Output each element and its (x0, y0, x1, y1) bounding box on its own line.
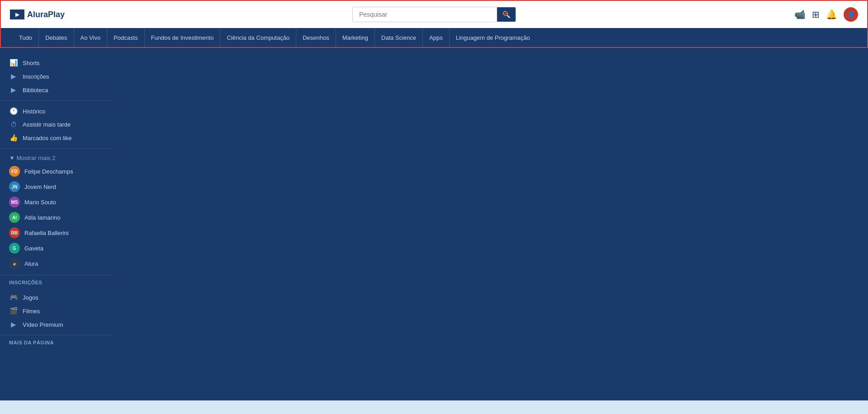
assistir-label: Assistir mais tarde (23, 121, 71, 128)
inscricoes-label: Inscrições (23, 73, 49, 80)
sidebar-section-history: 🕐 Histórico ⏱ Assistir mais tarde 👍 Marc… (0, 101, 113, 149)
channel-item-mario[interactable]: MS Mario Souto (0, 194, 113, 210)
inscricoes-icon: ▶ (9, 72, 18, 80)
logo-text: AluraPlay (27, 10, 65, 19)
video-premium-icon: ▶ (9, 320, 18, 329)
marcados-label: Marcados com like (23, 135, 71, 141)
sidebar-item-filmes[interactable]: 🎬 Filmes (0, 304, 113, 318)
nav-item-debates[interactable]: Debates (39, 28, 74, 47)
sidebar-item-assistir[interactable]: ⏱ Assistir mais tarde (0, 118, 113, 131)
search-area (352, 7, 516, 22)
sidebar-item-inscricoes[interactable]: ▶ Inscrições (0, 70, 113, 83)
logo-area[interactable]: AluraPlay (10, 9, 65, 19)
sidebar-item-video-premium[interactable]: ▶ Vídeo Premium (0, 318, 113, 331)
logo-icon (10, 9, 24, 19)
nav-bar: Tudo Debates Ao Vivo Podcasts Fundos de … (1, 28, 867, 47)
channel-name-alura: Alura (24, 260, 38, 267)
sidebar-item-jogos[interactable]: 🎮 Jogos (0, 291, 113, 304)
nav-item-datascience[interactable]: Data Science (375, 28, 423, 47)
channel-item-felipe[interactable]: FD Felipe Deschamps (0, 164, 113, 179)
header-top: AluraPlay 📹 ⊞ 🔔 👤 (1, 1, 867, 28)
biblioteca-icon: ▶ (9, 86, 18, 94)
channel-avatar-mario: MS (9, 197, 20, 207)
filmes-icon: 🎬 (9, 307, 18, 315)
channel-item-alura[interactable]: a Alura (0, 256, 113, 271)
bell-icon[interactable]: 🔔 (826, 9, 837, 20)
assistir-icon: ⏱ (9, 121, 18, 128)
sidebar-item-marcados[interactable]: 👍 Marcados com like (0, 131, 113, 145)
nav-item-desenhos[interactable]: Desenhos (296, 28, 336, 47)
marcados-icon: 👍 (9, 134, 18, 142)
search-input[interactable] (352, 7, 497, 22)
mais-da-pagina-header: MAIS DA PÁGINA (0, 335, 113, 347)
channel-avatar-felipe: FD (9, 166, 20, 177)
header-icons: 📹 ⊞ 🔔 👤 (794, 7, 858, 22)
inscricoes-section-header: INSCRIÇÕES (0, 275, 113, 287)
search-button[interactable] (497, 7, 516, 22)
jogos-icon: 🎮 (9, 293, 18, 301)
sidebar: 📊 Shorts ▶ Inscrições ▶ Biblioteca 🕐 His… (0, 48, 113, 400)
content-area (113, 48, 868, 400)
bottom-section (0, 400, 868, 414)
channel-avatar-gaveta: G (9, 243, 20, 254)
channel-name-rafaella: Rafaella Ballerini (24, 230, 69, 236)
sidebar-section-channels: ▼ Mostrar mais 2 FD Felipe Deschamps JN … (0, 149, 113, 275)
channel-name-mario: Mario Souto (24, 199, 56, 206)
header: AluraPlay 📹 ⊞ 🔔 👤 Tudo Debates Ao Vivo P… (0, 0, 868, 48)
shorts-label: Shorts (23, 60, 40, 66)
main-content: 📊 Shorts ▶ Inscrições ▶ Biblioteca 🕐 His… (0, 48, 868, 400)
show-more-label: ▼ Mostrar mais 2 (9, 155, 55, 161)
nav-item-tudo[interactable]: Tudo (19, 28, 39, 47)
nav-item-ciencia[interactable]: Ciência da Computação (220, 28, 296, 47)
channel-name-felipe: Felipe Deschamps (24, 168, 73, 175)
channel-item-gaveta[interactable]: G Gaveta (0, 240, 113, 256)
channel-avatar-rafaella: RB (9, 227, 20, 238)
show-more-item[interactable]: ▼ Mostrar mais 2 (0, 152, 113, 164)
channel-item-rafaella[interactable]: RB Rafaella Ballerini (0, 225, 113, 240)
video-upload-icon[interactable]: 📹 (794, 9, 806, 20)
nav-item-marketing[interactable]: Marketing (336, 28, 375, 47)
jogos-label: Jogos (23, 294, 38, 301)
sidebar-section-main: 📊 Shorts ▶ Inscrições ▶ Biblioteca (0, 52, 113, 101)
nav-item-fundos[interactable]: Fundos de Investimento (145, 28, 221, 47)
nav-item-podcasts[interactable]: Podcasts (107, 28, 144, 47)
sidebar-item-biblioteca[interactable]: ▶ Biblioteca (0, 83, 113, 97)
sidebar-item-historico[interactable]: 🕐 Histórico (0, 104, 113, 118)
channel-avatar-jovem: JN (9, 181, 20, 192)
grid-icon[interactable]: ⊞ (812, 9, 820, 20)
nav-item-linguagem[interactable]: Linguagem de Programação (450, 28, 536, 47)
channel-item-jovem[interactable]: JN Jovem Nerd (0, 179, 113, 194)
historico-icon: 🕐 (9, 107, 18, 115)
historico-label: Histórico (23, 108, 46, 115)
channel-name-gaveta: Gaveta (24, 245, 43, 252)
avatar[interactable]: 👤 (844, 7, 858, 22)
channel-item-atila[interactable]: AI Atila Iamarino (0, 210, 113, 225)
avatar-icon: 👤 (847, 11, 854, 18)
channel-name-atila: Atila Iamarino (24, 214, 60, 221)
mais-da-pagina-section: 🎮 Jogos 🎬 Filmes ▶ Vídeo Premium (0, 287, 113, 335)
channel-name-jovem: Jovem Nerd (24, 183, 56, 190)
nav-item-apps[interactable]: Apps (423, 28, 450, 47)
biblioteca-label: Biblioteca (23, 87, 48, 94)
filmes-label: Filmes (23, 308, 40, 315)
shorts-icon: 📊 (9, 59, 18, 67)
video-premium-label: Vídeo Premium (23, 321, 63, 328)
channel-avatar-atila: AI (9, 212, 20, 223)
channel-avatar-alura: a (9, 258, 20, 269)
sidebar-item-shorts[interactable]: 📊 Shorts (0, 56, 113, 70)
nav-item-aovivo[interactable]: Ao Vivo (74, 28, 108, 47)
